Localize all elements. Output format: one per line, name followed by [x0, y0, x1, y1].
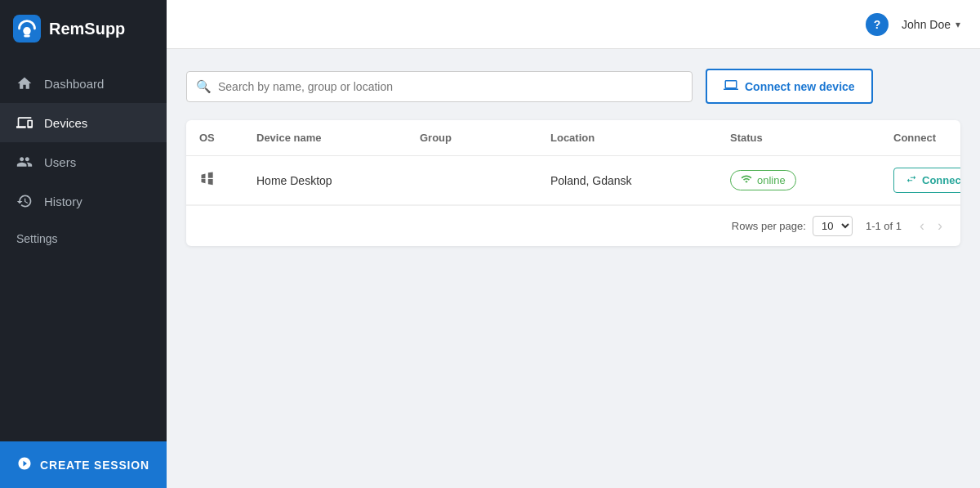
toolbar: 🔍 Connect new device: [186, 69, 960, 104]
users-icon: [16, 154, 33, 170]
app-name: RemSupp: [49, 20, 125, 38]
user-name: John Doe: [902, 18, 951, 31]
col-group: Group: [420, 132, 550, 144]
create-session-icon: [17, 456, 32, 473]
history-icon: [16, 193, 33, 209]
sidebar-item-dashboard[interactable]: Dashboard: [0, 64, 167, 103]
next-page-button[interactable]: ›: [933, 216, 947, 236]
device-connect: Connect: [893, 168, 960, 193]
table-row: Home Desktop Poland, Gdansk online: [186, 156, 960, 205]
logo: RemSupp: [0, 0, 167, 57]
svg-rect-2: [24, 35, 30, 38]
content-area: 🔍 Connect new device OS Device name Grou…: [167, 49, 980, 488]
search-icon: 🔍: [196, 79, 212, 94]
sidebar-navigation: Dashboard Devices Users History Settings: [0, 57, 167, 441]
rows-per-page-label: Rows per page:: [732, 220, 806, 232]
logo-icon: [13, 15, 41, 43]
device-name: Home Desktop: [256, 174, 420, 187]
pagination: Rows per page: 10 25 50 1-1 of 1 ‹ ›: [186, 205, 960, 246]
status-text: online: [757, 174, 786, 186]
col-status: Status: [730, 132, 893, 144]
page-navigation: ‹ ›: [915, 216, 947, 236]
main-content: ? John Doe ▾ 🔍 Connect new device OS: [167, 0, 980, 488]
rows-per-page-select[interactable]: 10 25 50: [813, 216, 853, 236]
search-box: 🔍: [186, 71, 693, 102]
chevron-down-icon: ▾: [956, 19, 960, 30]
sidebar-item-settings[interactable]: Settings: [0, 221, 167, 257]
home-icon: [16, 75, 33, 92]
device-status: online: [730, 170, 893, 190]
col-os: OS: [199, 132, 256, 144]
col-location: Location: [550, 132, 730, 144]
sidebar-item-users[interactable]: Users: [0, 142, 167, 181]
device-location: Poland, Gdansk: [550, 174, 730, 187]
os-windows-icon: [199, 170, 256, 190]
signal-icon: [741, 173, 752, 187]
connect-icon: [906, 173, 917, 187]
connect-new-device-button[interactable]: Connect new device: [706, 69, 873, 104]
sidebar-item-label: Dashboard: [44, 77, 104, 91]
devices-icon: [16, 114, 33, 131]
create-session-button[interactable]: CREATE SESSION: [0, 441, 167, 488]
sidebar-item-label: History: [44, 195, 82, 208]
devices-table: OS Device name Group Location Status Con…: [186, 120, 960, 246]
sidebar: RemSupp Dashboard Devices Users History: [0, 0, 167, 488]
connect-button-label: Connect: [922, 174, 960, 186]
col-connect: Connect: [893, 132, 960, 144]
search-input[interactable]: [186, 71, 693, 102]
prev-page-button[interactable]: ‹: [915, 216, 929, 236]
sidebar-item-label: Users: [44, 155, 76, 169]
help-button[interactable]: ?: [866, 13, 889, 36]
connect-button[interactable]: Connect: [893, 168, 960, 193]
page-info: 1-1 of 1: [866, 220, 902, 232]
connect-new-device-label: Connect new device: [745, 80, 855, 93]
svg-point-1: [23, 27, 30, 34]
sidebar-item-devices[interactable]: Devices: [0, 103, 167, 142]
sidebar-item-label: Devices: [44, 116, 87, 130]
col-device-name: Device name: [256, 132, 420, 144]
rows-per-page: Rows per page: 10 25 50: [732, 216, 853, 236]
top-header: ? John Doe ▾: [167, 0, 980, 49]
table-header: OS Device name Group Location Status Con…: [186, 120, 960, 156]
monitor-icon: [724, 78, 738, 95]
create-session-label: CREATE SESSION: [40, 459, 149, 472]
user-menu[interactable]: John Doe ▾: [902, 18, 960, 31]
status-badge: online: [730, 170, 796, 190]
sidebar-item-history[interactable]: History: [0, 181, 167, 221]
